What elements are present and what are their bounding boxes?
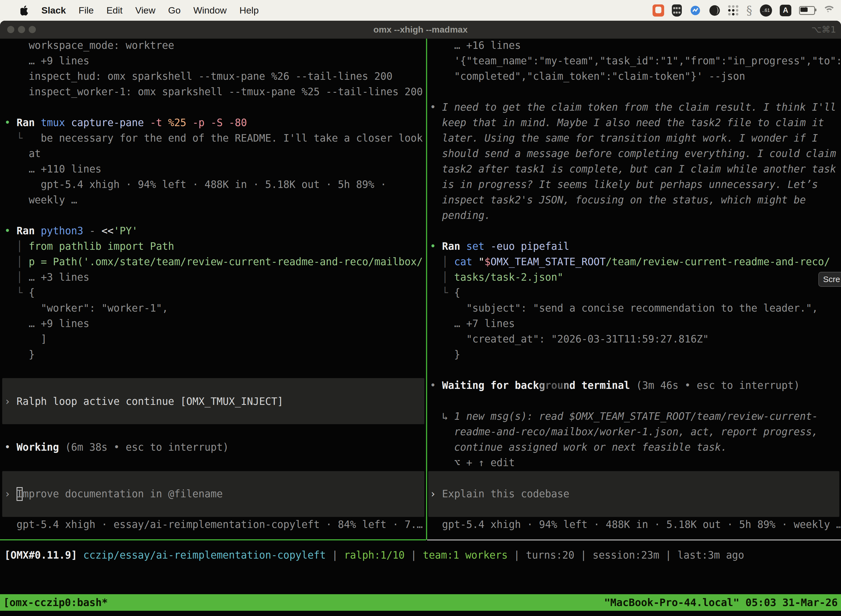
terminal-line: inspect_hud: omx sparkshell --tmux-pane …	[4, 69, 393, 84]
usage-summary-line: gpt-5.4 xhigh · 94% left · 488K in · 5.1…	[430, 517, 841, 532]
terminal-line: keep that in mind. Maybe I also need the…	[430, 115, 824, 131]
screenshot-toast-overlay[interactable]: Scre	[818, 272, 841, 287]
menu-item-slack[interactable]: Slack	[41, 5, 66, 16]
terminal-line: later. Using the same for transition mig…	[430, 131, 818, 146]
terminal-line: "completed","claim_token":"claim-token"}…	[430, 69, 745, 84]
terminal-line: pending.	[430, 208, 491, 223]
terminal-line: should send a message before completing …	[430, 146, 836, 161]
menu-item-edit[interactable]: Edit	[107, 5, 123, 16]
waiting-status-line: • Waiting for background terminal (3m 46…	[430, 378, 800, 393]
moon-toggle-icon[interactable]	[709, 5, 721, 16]
terminal-line: }	[4, 347, 35, 362]
terminal-line: ⌥ + ↑ edit	[430, 455, 515, 471]
prompt-text: › Explain this codebase	[430, 486, 569, 502]
terminal-line: task2 after task1 is complete, but can I…	[430, 161, 836, 177]
terminal-line: "created_at": "2026-03-31T11:59:27.816Z"	[430, 331, 709, 347]
privacy-shield-icon[interactable]	[672, 4, 682, 16]
ran-command-line: • Ran set -euo pipefail	[430, 239, 569, 254]
terminal-line: ↳ 1 new msg(s): read $OMX_TEAM_STATE_ROO…	[430, 409, 818, 424]
menu-item-window[interactable]: Window	[193, 5, 227, 16]
menu-item-view[interactable]: View	[135, 5, 155, 16]
window-title: omx --xhigh --madmax	[0, 21, 841, 39]
prompt-text: › Ralph loop active continue [OMX_TMUX_I…	[4, 394, 283, 409]
ran-command-line: • Ran python3 - <<'PY'	[4, 223, 138, 239]
menu-item-help[interactable]: Help	[239, 5, 259, 16]
terminal-line: │ from pathlib import Path	[4, 239, 174, 254]
terminal-line: … +7 lines	[430, 316, 515, 331]
terminal-line: inspect task2's JSON, focusing on the st…	[430, 192, 806, 208]
squiggle-icon[interactable]: §	[746, 4, 752, 16]
terminal-line: }	[430, 347, 460, 362]
window-title-bar[interactable]: omx --xhigh --madmax ⌥⌘1	[0, 21, 841, 39]
window-shortcut-badge: ⌥⌘1	[812, 21, 836, 39]
apple-menu-icon[interactable]	[21, 6, 29, 15]
terminal-line: … +16 lines	[430, 39, 521, 53]
thinking-text: • I need to get the claim token from the…	[430, 100, 836, 115]
tmux-session-label: [omx-cczip0:bash*	[3, 597, 108, 609]
omx-status-line: [OMX#0.11.9] cczip/essay/ai-reimplementa…	[4, 547, 744, 563]
usage-summary-line: gpt-5.4 xhigh · essay/ai-reimplementatio…	[4, 517, 423, 532]
terminal-window: omx --xhigh --madmax ⌥⌘1 [omx-cczip0:bas…	[0, 21, 841, 616]
terminal-line: readme-and-reco/mailbox/worker-1.json, a…	[430, 424, 818, 440]
terminal-line: │ p = Path('.omx/state/team/review-curre…	[4, 254, 423, 270]
terminal-line: weekly …	[4, 192, 77, 208]
terminal-line: "worker": "worker-1",	[4, 301, 168, 316]
terminal-line: … +110 lines	[4, 161, 101, 177]
pane-divider[interactable]	[426, 39, 427, 540]
terminal-line: "subject": "send a concise recommendatio…	[430, 301, 818, 316]
input-source-a-icon[interactable]: A	[780, 5, 791, 16]
menu-item-file[interactable]: File	[79, 5, 94, 16]
terminal-line: '{"team_name":"my-team","task_id":"1","f…	[430, 53, 841, 69]
wifi-icon[interactable]	[823, 6, 835, 15]
terminal-line: is in progress? It seems likely but perh…	[430, 177, 818, 192]
terminal-line: └ be necessary for the end of the README…	[4, 131, 423, 146]
terminal-line: └ {	[4, 285, 35, 301]
right-pane-border	[427, 540, 841, 540]
terminal-line: │ cat "$OMX_TEAM_STATE_ROOT/team/review-…	[430, 254, 830, 270]
menu-item-go[interactable]: Go	[168, 5, 180, 16]
terminal-content[interactable]: [omx-cczip0:bash* "MacBook-Pro-44.local"…	[0, 39, 841, 616]
status-icons: § ..61 A ⚡	[652, 4, 841, 16]
tmux-status-bar: [omx-cczip0:bash* "MacBook-Pro-44.local"…	[0, 594, 841, 611]
sync-badge-icon[interactable]	[690, 4, 701, 16]
terminal-line: at	[4, 146, 41, 161]
terminal-line: inspect_worker-1: omx sparkshell --tmux-…	[4, 84, 423, 100]
macos-menu-bar: SlackFileEditViewGoWindowHelp § ..61 A ⚡	[0, 0, 841, 21]
notification-badge-icon[interactable]	[652, 4, 664, 16]
terminal-line: ]	[4, 331, 47, 347]
menu-items: SlackFileEditViewGoWindowHelp	[0, 5, 259, 16]
ran-command-line: • Ran tmux capture-pane -t %25 -p -S -80	[4, 115, 247, 131]
terminal-line: workspace_mode: worktree	[4, 39, 174, 53]
battery-icon[interactable]: ⚡	[799, 6, 815, 15]
grid-menu-icon[interactable]	[728, 5, 738, 16]
prompt-text: › Improve documentation in @filename	[4, 486, 223, 502]
left-pane-border	[0, 539, 426, 540]
terminal-line: │ … +3 lines	[4, 270, 89, 285]
terminal-line: │ tasks/task-2.json"	[430, 270, 563, 285]
terminal-line: … +9 lines	[4, 53, 89, 69]
tmux-host-clock-label: "MacBook-Pro-44.local" 05:03 31-Mar-26	[604, 597, 838, 609]
countdown-61-badge-icon[interactable]: ..61	[760, 4, 772, 16]
terminal-line: gpt-5.4 xhigh · 94% left · 488K in · 5.1…	[4, 177, 386, 192]
terminal-line: continue assigned work or next feasible …	[430, 440, 727, 455]
working-status-line: • Working (6m 38s • esc to interrupt)	[4, 440, 229, 455]
terminal-line: └ {	[430, 285, 460, 301]
terminal-line: … +9 lines	[4, 316, 89, 331]
